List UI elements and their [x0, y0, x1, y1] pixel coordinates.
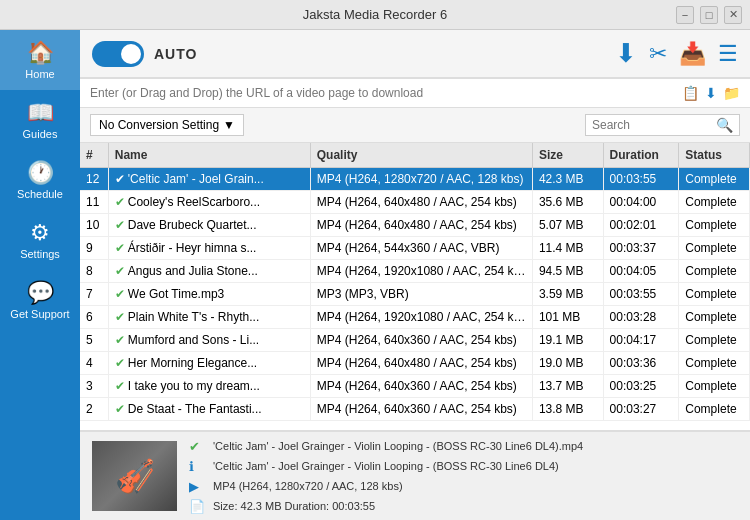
toolbar-icons: ⬇ ✂ 📥 ☰ — [615, 38, 738, 69]
row-status: Complete — [679, 375, 750, 398]
row-duration: 00:03:28 — [603, 306, 679, 329]
table-row[interactable]: 5 ✔Mumford and Sons - Li... MP4 (H264, 6… — [80, 329, 750, 352]
table-row[interactable]: 7 ✔We Got Time.mp3 MP3 (MP3, VBR) 3.59 M… — [80, 283, 750, 306]
table-row[interactable]: 6 ✔Plain White T's - Rhyth... MP4 (H264,… — [80, 306, 750, 329]
col-header-duration: Duration — [603, 143, 679, 168]
row-size: 13.7 MB — [532, 375, 603, 398]
table-row[interactable]: 4 ✔Her Morning Elegance... MP4 (H264, 64… — [80, 352, 750, 375]
support-icon: 💬 — [27, 282, 54, 304]
info-format: MP4 (H264, 1280x720 / AAC, 128 kbs) — [213, 480, 403, 492]
clipboard-icon[interactable]: 📋 — [682, 85, 699, 101]
auto-toggle[interactable] — [92, 41, 144, 67]
row-name: ✔Angus and Julia Stone... — [108, 260, 310, 283]
title-bar: Jaksta Media Recorder 6 − □ ✕ — [0, 0, 750, 30]
sidebar-item-support[interactable]: 💬 Get Support — [0, 270, 80, 330]
row-num: 8 — [80, 260, 108, 283]
row-num: 10 — [80, 214, 108, 237]
thumbnail-image: 🎻 — [92, 441, 177, 511]
row-check-icon: ✔ — [115, 195, 125, 209]
row-duration: 00:03:27 — [603, 398, 679, 421]
row-check-icon: ✔ — [115, 241, 125, 255]
row-size: 19.1 MB — [532, 329, 603, 352]
col-header-size: Size — [532, 143, 603, 168]
row-num: 4 — [80, 352, 108, 375]
row-quality: MP3 (MP3, VBR) — [310, 283, 532, 306]
col-header-name: Name — [108, 143, 310, 168]
minimize-button[interactable]: − — [676, 6, 694, 24]
guides-icon: 📖 — [27, 102, 54, 124]
sidebar-item-settings[interactable]: ⚙ Settings — [0, 210, 80, 270]
table-row[interactable]: 9 ✔Árstiðir - Heyr himna s... MP4 (H264,… — [80, 237, 750, 260]
row-size: 5.07 MB — [532, 214, 603, 237]
row-size: 19.0 MB — [532, 352, 603, 375]
row-duration: 00:03:55 — [603, 283, 679, 306]
maximize-button[interactable]: □ — [700, 6, 718, 24]
search-input[interactable] — [592, 118, 712, 132]
info-panel: 🎻 ✔ 'Celtic Jam' - Joel Grainger - Violi… — [80, 430, 750, 520]
row-num: 11 — [80, 191, 108, 214]
sidebar-label-home: Home — [25, 68, 54, 80]
folder-icon[interactable]: 📁 — [723, 85, 740, 101]
table-row[interactable]: 11 ✔Cooley's ReelScarboro... MP4 (H264, … — [80, 191, 750, 214]
row-size: 42.3 MB — [532, 168, 603, 191]
row-name: ✔Her Morning Elegance... — [108, 352, 310, 375]
row-check-icon: ✔ — [115, 402, 125, 416]
url-download-icon[interactable]: ⬇ — [705, 85, 717, 101]
menu-icon[interactable]: ☰ — [718, 41, 738, 67]
auto-label: AUTO — [154, 46, 197, 62]
row-quality: MP4 (H264, 544x360 / AAC, VBR) — [310, 237, 532, 260]
url-input[interactable] — [90, 86, 674, 100]
play-icon: ▶ — [189, 479, 205, 494]
thumbnail: 🎻 — [92, 441, 177, 511]
row-num: 2 — [80, 398, 108, 421]
row-check-icon: ✔ — [115, 264, 125, 278]
row-quality: MP4 (H264, 1920x1080 / AAC, 254 kbs) — [310, 260, 532, 283]
table-row[interactable]: 8 ✔Angus and Julia Stone... MP4 (H264, 1… — [80, 260, 750, 283]
table-row[interactable]: 10 ✔Dave Brubeck Quartet... MP4 (H264, 6… — [80, 214, 750, 237]
url-bar-icons: 📋 ⬇ 📁 — [682, 85, 740, 101]
row-check-icon: ✔ — [115, 356, 125, 370]
sidebar-item-home[interactable]: 🏠 Home — [0, 30, 80, 90]
row-num: 9 — [80, 237, 108, 260]
info-filename: 'Celtic Jam' - Joel Grainger - Violin Lo… — [213, 440, 583, 452]
table-row[interactable]: 3 ✔I take you to my dream... MP4 (H264, … — [80, 375, 750, 398]
row-duration: 00:04:05 — [603, 260, 679, 283]
info-icon: ℹ — [189, 459, 205, 474]
thumbnail-person-icon: 🎻 — [115, 457, 155, 495]
row-num: 3 — [80, 375, 108, 398]
row-status: Complete — [679, 191, 750, 214]
row-status: Complete — [679, 260, 750, 283]
search-icon[interactable]: 🔍 — [716, 117, 733, 133]
row-duration: 00:04:00 — [603, 191, 679, 214]
content-area: AUTO ⬇ ✂ 📥 ☰ 📋 ⬇ 📁 No Conversion Setting… — [80, 30, 750, 520]
trim-icon[interactable]: ✂ — [649, 41, 667, 67]
col-header-quality: Quality — [310, 143, 532, 168]
row-duration: 00:03:37 — [603, 237, 679, 260]
download-table: # Name Quality Size Duration Status 12 ✔… — [80, 143, 750, 430]
convert-icon[interactable]: 📥 — [679, 41, 706, 67]
row-size: 3.59 MB — [532, 283, 603, 306]
row-duration: 00:03:25 — [603, 375, 679, 398]
row-size: 35.6 MB — [532, 191, 603, 214]
download-icon[interactable]: ⬇ — [615, 38, 637, 69]
row-check-icon: ✔ — [115, 287, 125, 301]
toolbar: AUTO ⬇ ✂ 📥 ☰ — [80, 30, 750, 78]
row-num: 12 — [80, 168, 108, 191]
info-row-format: ▶ MP4 (H264, 1280x720 / AAC, 128 kbs) — [189, 479, 738, 494]
row-status: Complete — [679, 214, 750, 237]
row-status: Complete — [679, 352, 750, 375]
conversion-select[interactable]: No Conversion Setting ▼ — [90, 114, 244, 136]
sidebar-item-schedule[interactable]: 🕐 Schedule — [0, 150, 80, 210]
row-name: ✔Mumford and Sons - Li... — [108, 329, 310, 352]
schedule-icon: 🕐 — [27, 162, 54, 184]
close-button[interactable]: ✕ — [724, 6, 742, 24]
row-duration: 00:03:55 — [603, 168, 679, 191]
table-row[interactable]: 2 ✔De Staat - The Fantasti... MP4 (H264,… — [80, 398, 750, 421]
home-icon: 🏠 — [27, 42, 54, 64]
settings-icon: ⚙ — [30, 222, 50, 244]
url-bar: 📋 ⬇ 📁 — [80, 78, 750, 108]
row-status: Complete — [679, 168, 750, 191]
sidebar-item-guides[interactable]: 📖 Guides — [0, 90, 80, 150]
row-name: ✔De Staat - The Fantasti... — [108, 398, 310, 421]
table-row[interactable]: 12 ✔'Celtic Jam' - Joel Grain... MP4 (H2… — [80, 168, 750, 191]
